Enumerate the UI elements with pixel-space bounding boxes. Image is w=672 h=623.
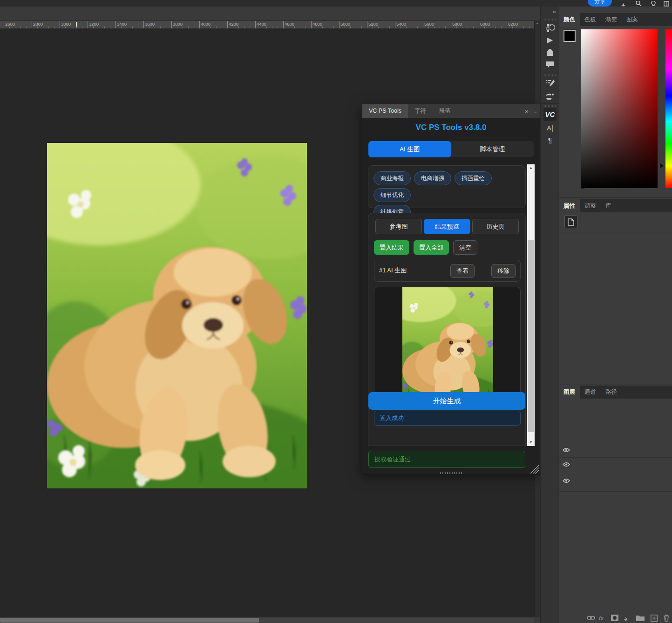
ruler-label: 2600 (5, 21, 15, 27)
hue-bar[interactable] (665, 29, 672, 188)
tab-label: 脚本管理 (480, 146, 505, 153)
tab-paths[interactable]: 路径 (601, 386, 622, 399)
layers-bottom-toolbar: fx ◕ (559, 614, 672, 623)
layer-row-background[interactable]: 背景 (559, 443, 672, 457)
plugin-scrollbar[interactable]: ▲ ▼ (527, 164, 535, 446)
eye-icon[interactable] (563, 447, 570, 453)
document-properties-icon[interactable] (564, 215, 577, 228)
tab-vc-ps-tools[interactable]: VC PS Tools (362, 104, 408, 118)
place-result-button[interactable]: 置入结果 (374, 240, 409, 255)
panel-collapse-icon[interactable]: » (525, 108, 529, 115)
brush-settings-panel-icon[interactable] (541, 79, 559, 88)
ruler-label: 6000 (480, 21, 490, 27)
layer-row-artboard[interactable]: 画板 1 (559, 457, 672, 470)
foreground-background-swatches[interactable] (563, 30, 583, 49)
visibility-cell[interactable] (559, 458, 574, 470)
tab-label: 图层 (563, 389, 575, 395)
scroll-down-icon[interactable]: ▼ (527, 439, 535, 446)
vc-plugin-panel-icon[interactable]: VC (543, 108, 557, 121)
tab-patterns[interactable]: 图案 (622, 13, 643, 26)
tab-adjustments[interactable]: 调整 (580, 199, 601, 212)
auth-status-box: 授权验证通过 (368, 451, 525, 468)
help-icon[interactable] (651, 1, 656, 7)
result-thumbnail-puppy[interactable] (402, 287, 493, 406)
tab-libraries[interactable]: 库 (601, 199, 616, 212)
panel-drag-grip[interactable] (440, 472, 463, 474)
color-picker-ring[interactable] (581, 185, 585, 189)
tab-swatches[interactable]: 色板 (580, 13, 601, 26)
layer-effects-icon[interactable]: fx (599, 615, 604, 622)
tab-character[interactable]: 字符 (408, 104, 433, 118)
workspace-icon[interactable] (664, 1, 669, 7)
ruler-label: 5000 (340, 21, 350, 27)
libraries-panel-icon[interactable] (541, 48, 559, 57)
tab-paragraph[interactable]: 段落 (433, 104, 457, 118)
scroll-up-icon[interactable]: ⌃ (536, 22, 539, 27)
paragraph-panel-icon[interactable]: ¶ (541, 137, 559, 145)
generate-button[interactable]: 开始生成 (368, 392, 525, 410)
tab-channels[interactable]: 通道 (580, 386, 601, 399)
new-group-icon[interactable] (636, 615, 645, 621)
ruler-scale[interactable]: 2600280030003200340036003800400042004400… (0, 21, 534, 29)
scroll-up-icon[interactable]: ▲ (527, 164, 535, 172)
canvas-horizontal-scrollbar[interactable] (0, 617, 534, 623)
tab-reference-image[interactable]: 参考图 (375, 219, 422, 234)
comments-panel-icon[interactable] (541, 61, 559, 69)
brushes-panel-icon[interactable] (541, 92, 559, 102)
panel-menu-icon[interactable]: ≡ (533, 108, 537, 115)
tab-history-page[interactable]: 历史页 (472, 219, 519, 234)
tab-gradients[interactable]: 渐变 (601, 13, 622, 26)
history-panel-icon[interactable] (541, 23, 559, 33)
tab-ai-generate[interactable]: AI 生图 (368, 141, 451, 157)
plugin-scroll-thumb[interactable] (528, 240, 534, 432)
ruler-label: 4200 (229, 21, 238, 27)
new-layer-icon[interactable] (651, 615, 658, 622)
result-thumbnail-box (374, 287, 521, 406)
tab-layers[interactable]: 图层 (559, 386, 580, 399)
ruler-label: 4400 (257, 21, 266, 27)
results-box: 参考图结果预览历史页 置入结果置入全部清空 #1 AI 生图 已完成 查看 移除… (368, 213, 526, 446)
tab-label: 通道 (584, 389, 596, 395)
search-icon[interactable] (635, 1, 642, 7)
adjustment-layer-icon[interactable]: ◕ (624, 615, 628, 623)
preset-pills-box: 商业海报电商增强插画重绘细节优化 社媒创意 (368, 165, 526, 208)
remove-button[interactable]: 移除 (491, 264, 516, 278)
panel-icon-strip: « ▶ VC A| ¶ (540, 7, 559, 623)
tab-script-manager[interactable]: 脚本管理 (451, 141, 534, 157)
character-panel-icon[interactable]: A| (541, 124, 559, 132)
bell-icon[interactable] (620, 1, 626, 7)
layer-mask-icon[interactable] (611, 615, 618, 621)
share-button[interactable]: 分享 (588, 0, 612, 7)
delete-layer-icon[interactable] (663, 615, 670, 622)
preset-pill[interactable]: 插画重绘 (455, 171, 492, 185)
horizontal-scroll-thumb[interactable] (0, 618, 259, 623)
tab-color[interactable]: 颜色 (559, 13, 580, 26)
tab-result-preview[interactable]: 结果预览 (424, 219, 470, 234)
color-spectrum[interactable] (581, 29, 658, 188)
collapse-dock-icon[interactable]: « (553, 8, 556, 15)
task-row: #1 AI 生图 已完成 查看 移除 (374, 260, 521, 282)
tab-label: 色板 (584, 16, 596, 23)
visibility-cell[interactable] (559, 443, 574, 457)
view-button[interactable]: 查看 (450, 264, 475, 278)
eye-icon[interactable] (563, 478, 570, 483)
link-layers-icon[interactable] (587, 615, 595, 621)
eye-icon[interactable] (563, 462, 570, 467)
foreground-color-swatch[interactable] (563, 30, 576, 42)
app-top-bar: 分享 (0, 0, 672, 7)
visibility-cell[interactable] (559, 470, 574, 491)
actions-panel-icon[interactable]: ▶ (541, 35, 559, 44)
ruler-label: 4800 (312, 21, 322, 27)
clear-button[interactable]: 清空 (453, 240, 477, 255)
preset-pill[interactable]: 电商增强 (414, 171, 451, 185)
place-all-button[interactable]: 置入全部 (414, 240, 449, 255)
document-image-puppy[interactable] (47, 143, 307, 488)
preset-pill[interactable]: 商业海报 (373, 171, 411, 185)
panel-resize-grip[interactable] (530, 465, 539, 474)
share-button-label: 分享 (594, 0, 605, 4)
button-label: 开始生成 (433, 397, 461, 405)
preset-pill[interactable]: 细节优化 (373, 188, 411, 202)
pill-label: 插画重绘 (462, 175, 485, 182)
layer-row-layer1[interactable]: 图层 1 (559, 470, 672, 492)
tab-properties[interactable]: 属性 (559, 199, 580, 212)
